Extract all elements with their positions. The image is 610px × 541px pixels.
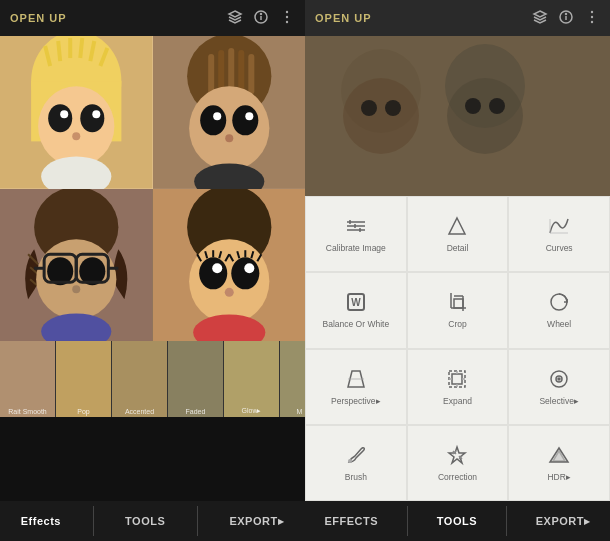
svg-rect-103 xyxy=(454,299,463,308)
svg-point-56 xyxy=(231,257,259,289)
svg-rect-25 xyxy=(208,54,214,94)
svg-rect-87 xyxy=(305,36,610,196)
right-info-icon[interactable] xyxy=(558,9,574,28)
more-icon[interactable] xyxy=(279,9,295,28)
right-layers-icon[interactable] xyxy=(532,9,548,28)
thumb-6[interactable]: M xyxy=(280,341,305,417)
perspective-icon xyxy=(345,368,367,393)
tools-tab[interactable]: TOOLS xyxy=(115,515,175,527)
thumb-5-label: Glow▸ xyxy=(224,407,279,415)
thumb-4-label: Faded xyxy=(168,408,223,415)
tool-calibrate[interactable]: Calibrate Image xyxy=(305,196,407,272)
curves-icon xyxy=(548,215,570,240)
svg-point-57 xyxy=(212,263,222,273)
svg-rect-29 xyxy=(248,54,254,94)
thumb-3[interactable]: Accented xyxy=(112,341,168,417)
right-bottom-toolbar: EFFECTS TOOLS EXPORT▸ xyxy=(305,501,610,541)
tools-grid: Calibrate Image Detail Curves xyxy=(305,196,610,501)
svg-point-116 xyxy=(348,459,352,463)
right-export-tab[interactable]: EXPORT▸ xyxy=(526,515,601,528)
svg-point-5 xyxy=(286,15,288,17)
thumb-6-label: M xyxy=(280,408,305,415)
layers-icon[interactable] xyxy=(227,9,243,28)
funko-tr xyxy=(153,36,306,189)
right-toolbar-divider-1 xyxy=(407,506,408,536)
svg-marker-0 xyxy=(229,11,241,17)
tool-hdr[interactable]: HDR▸ xyxy=(508,425,610,501)
perspective-label: Perspective▸ xyxy=(331,396,380,406)
svg-point-4 xyxy=(286,10,288,12)
toolbar-divider-1 xyxy=(93,506,94,536)
wheel-icon xyxy=(548,291,570,316)
svg-point-33 xyxy=(213,112,221,120)
crop-icon xyxy=(446,291,468,316)
thumb-4[interactable]: Faded xyxy=(168,341,224,417)
svg-point-19 xyxy=(60,110,68,118)
right-more-icon[interactable] xyxy=(584,9,600,28)
thumbnails-strip: Rait Smooth Pop Accented Faded Glow▸ M xyxy=(0,341,305,417)
funko-bl xyxy=(0,189,153,342)
svg-point-20 xyxy=(92,110,100,118)
left-header: OPEN UP xyxy=(0,0,305,36)
svg-line-13 xyxy=(80,38,82,58)
selective-label: Selective▸ xyxy=(539,396,579,406)
tool-detail[interactable]: Detail xyxy=(407,196,509,272)
svg-point-77 xyxy=(591,20,593,22)
tool-wheel[interactable]: Wheel xyxy=(508,272,610,348)
export-tab[interactable]: EXPORT▸ xyxy=(219,515,294,528)
thumb-1-label: Rait Smooth xyxy=(0,408,55,415)
right-panel: OPEN UP xyxy=(305,0,610,541)
tool-curves[interactable]: Curves xyxy=(508,196,610,272)
svg-point-55 xyxy=(199,257,227,289)
effects-tab[interactable]: Effects xyxy=(11,515,71,527)
tool-expand[interactable]: Expand xyxy=(407,349,509,425)
svg-point-16 xyxy=(38,86,114,166)
hdr-label: HDR▸ xyxy=(547,472,570,482)
expand-label: Expand xyxy=(443,396,472,406)
wheel-label: Wheel xyxy=(547,319,571,329)
tool-perspective[interactable]: Perspective▸ xyxy=(305,349,407,425)
right-effects-tab[interactable]: EFFECTS xyxy=(314,515,388,527)
right-tools-tab[interactable]: TOOLS xyxy=(427,515,487,527)
tool-brush[interactable]: Brush xyxy=(305,425,407,501)
svg-point-3 xyxy=(261,13,262,14)
svg-text:W: W xyxy=(351,297,361,308)
thumb-5[interactable]: Glow▸ xyxy=(224,341,280,417)
hdr-icon xyxy=(548,444,570,469)
tool-correction[interactable]: Correction xyxy=(407,425,509,501)
tool-balance[interactable]: W Balance Or White xyxy=(305,272,407,348)
svg-point-21 xyxy=(72,132,80,140)
correction-icon xyxy=(446,444,468,469)
balance-label: Balance Or White xyxy=(323,319,390,329)
balance-icon: W xyxy=(345,291,367,316)
svg-point-35 xyxy=(225,134,233,142)
right-effects-label: EFFECTS xyxy=(324,515,378,527)
right-export-label: EXPORT▸ xyxy=(536,515,591,528)
selective-icon xyxy=(548,368,570,393)
thumb-3-label: Accented xyxy=(112,408,167,415)
svg-point-31 xyxy=(200,105,226,135)
svg-point-34 xyxy=(245,112,253,120)
svg-marker-94 xyxy=(449,218,465,234)
tools-label: TOOLS xyxy=(125,515,165,527)
right-header: OPEN UP xyxy=(305,0,610,36)
right-tools-label: TOOLS xyxy=(437,515,477,527)
export-label: EXPORT▸ xyxy=(229,515,284,528)
svg-point-69 xyxy=(224,287,233,296)
thumb-2[interactable]: Pop xyxy=(56,341,112,417)
left-panel: OPEN UP xyxy=(0,0,305,541)
svg-marker-122 xyxy=(553,451,565,461)
brush-label: Brush xyxy=(345,472,367,482)
crop-label: Crop xyxy=(448,319,466,329)
svg-point-75 xyxy=(591,10,593,12)
info-icon[interactable] xyxy=(253,9,269,28)
svg-point-50 xyxy=(72,285,80,293)
tool-crop[interactable]: Crop xyxy=(407,272,509,348)
thumb-1[interactable]: Rait Smooth xyxy=(0,341,56,417)
tool-selective[interactable]: Selective▸ xyxy=(508,349,610,425)
svg-point-76 xyxy=(591,15,593,17)
svg-point-17 xyxy=(48,104,72,132)
calibrate-label: Calibrate Image xyxy=(326,243,386,253)
svg-point-32 xyxy=(232,105,258,135)
curves-label: Curves xyxy=(546,243,573,253)
